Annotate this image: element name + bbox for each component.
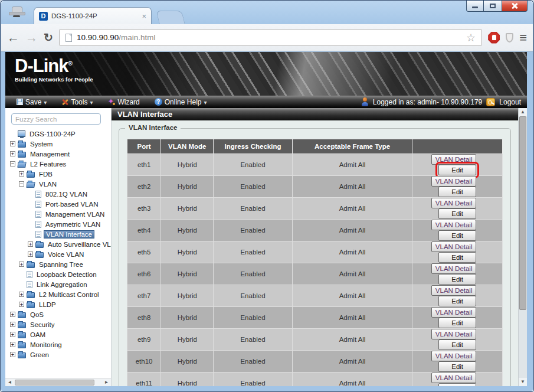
edit-button[interactable]: Edit (438, 383, 476, 386)
tree-item-label[interactable]: L2 Multicast Control (37, 290, 101, 299)
tree-expander-icon[interactable]: + (10, 342, 15, 347)
tree-item-label[interactable]: Spanning Tree (37, 260, 85, 269)
tree-expander-icon[interactable]: + (28, 251, 33, 257)
vlan-detail-button[interactable]: VLAN Detail (431, 307, 477, 318)
sidebar-tree-item[interactable]: + FDB (5, 169, 111, 179)
tree-item-label[interactable]: VLAN (37, 180, 58, 188)
edit-button[interactable]: Edit (438, 361, 476, 372)
tree-expander-icon[interactable]: + (10, 312, 15, 317)
tree-item-label[interactable]: OAM (28, 331, 47, 339)
sidebar-tree-item[interactable]: VLAN Interface (5, 229, 111, 239)
tree-expander-icon[interactable]: + (19, 171, 24, 177)
url-text[interactable]: 10.90.90.90/main.html (77, 33, 156, 42)
tree-item-label[interactable]: FDB (37, 170, 54, 178)
sidebar-tree-item[interactable]: Link Aggregation (5, 279, 111, 289)
tree-expander-icon[interactable]: − (10, 161, 15, 166)
shield-extension-icon[interactable] (506, 33, 513, 43)
content-vertical-scrollbar[interactable]: ▲ ▼ (518, 108, 527, 386)
vlan-detail-button[interactable]: VLAN Detail (431, 198, 477, 208)
tree-item-label[interactable]: Asymmetric VLAN (44, 220, 102, 228)
sidebar-tree-item[interactable]: + Management (5, 149, 111, 159)
tree-expander-icon[interactable]: + (10, 141, 15, 146)
tree-expander-icon[interactable]: + (19, 292, 24, 297)
sidebar-tree-item[interactable]: + Voice VLAN (5, 249, 111, 259)
browser-tab[interactable]: DGS-1100-24P × (34, 7, 152, 24)
vlan-detail-button[interactable]: VLAN Detail (431, 241, 477, 252)
edit-button[interactable]: Edit (438, 187, 476, 197)
tree-expander-icon[interactable]: + (10, 151, 15, 156)
edit-button[interactable]: Edit (438, 165, 476, 175)
close-button[interactable] (502, 1, 528, 12)
vlan-detail-button[interactable]: VLAN Detail (431, 285, 477, 296)
tree-item-label[interactable]: 802.1Q VLAN (44, 190, 89, 198)
scrollbar-track[interactable] (519, 116, 527, 378)
sidebar-horizontal-scrollbar[interactable]: ◄ ► (5, 378, 111, 386)
sidebar-tree-item[interactable]: Management VLAN (5, 209, 111, 219)
scroll-right-icon[interactable]: ► (103, 380, 110, 385)
tree-item-label[interactable]: Auto Surveillance VLAN (46, 240, 112, 249)
tree-expander-icon[interactable]: + (10, 352, 15, 357)
sidebar-tree-item[interactable]: + System (5, 139, 111, 149)
tree-item-label[interactable]: Link Aggregation (35, 280, 89, 289)
tree-expander-icon[interactable]: + (19, 262, 24, 267)
tree-item-label[interactable]: Management (28, 150, 71, 158)
edit-button[interactable]: Edit (438, 274, 476, 285)
forward-button[interactable] (25, 31, 38, 45)
tree-expander-icon[interactable]: + (28, 241, 33, 247)
tree-expander-icon[interactable]: + (10, 332, 15, 337)
sidebar-tree-item[interactable]: 802.1Q VLAN (5, 189, 111, 199)
vlan-detail-button[interactable]: VLAN Detail (431, 176, 477, 187)
tree-item-label[interactable]: VLAN Interface (44, 230, 94, 239)
sidebar-tree-item[interactable]: Loopback Detection (5, 269, 111, 279)
edit-button[interactable]: Edit (438, 208, 476, 219)
sidebar-tree-item[interactable]: + QoS (5, 309, 111, 319)
tree-item-label[interactable]: System (28, 140, 54, 148)
edit-button[interactable]: Edit (438, 339, 476, 350)
tree-item-label[interactable]: Security (28, 321, 57, 329)
tree-item-label[interactable]: Loopback Detection (35, 270, 99, 279)
sidebar-tree-item[interactable]: − VLAN (5, 179, 111, 189)
tree-expander-icon[interactable]: + (10, 322, 15, 327)
sidebar-tree-item[interactable]: + Green (5, 349, 111, 360)
online-help-menu[interactable]: Online Help (149, 96, 212, 108)
edit-button[interactable]: Edit (438, 230, 476, 241)
tree-item-label[interactable]: Green (28, 351, 51, 359)
vlan-detail-button[interactable]: VLAN Detail (431, 220, 477, 230)
sidebar-tree-item[interactable]: + Auto Surveillance VLAN (5, 239, 111, 249)
sidebar-tree-item[interactable]: Port-based VLAN (5, 199, 111, 209)
scrollbar-thumb[interactable] (519, 116, 526, 310)
vlan-detail-button[interactable]: VLAN Detail (431, 263, 477, 274)
edit-button[interactable]: Edit (438, 296, 476, 306)
tree-item-label[interactable]: QoS (28, 311, 45, 319)
tools-menu[interactable]: Tools (56, 96, 98, 108)
scroll-up-icon[interactable]: ▲ (519, 108, 527, 116)
minimize-button[interactable] (466, 1, 484, 12)
vlan-detail-button[interactable]: VLAN Detail (431, 351, 477, 361)
fuzzy-search-input[interactable] (11, 113, 101, 125)
wizard-menu[interactable]: Wizard (102, 96, 145, 108)
reload-button[interactable] (44, 31, 53, 44)
tab-close-icon[interactable]: × (142, 12, 146, 20)
sidebar-tree-item[interactable]: + Spanning Tree (5, 259, 111, 269)
bookmark-star-icon[interactable] (466, 31, 476, 44)
maximize-button[interactable] (484, 1, 502, 12)
stop-hand-extension-icon[interactable] (488, 32, 500, 44)
vlan-detail-button[interactable]: VLAN Detail (431, 154, 477, 165)
sidebar-tree-item[interactable]: DGS-1100-24P (5, 129, 111, 139)
tree-item-label[interactable]: Port-based VLAN (44, 200, 100, 208)
tree-expander-icon[interactable]: − (19, 181, 24, 187)
vlan-detail-button[interactable]: VLAN Detail (431, 373, 477, 383)
tree-item-label[interactable]: LLDP (37, 300, 58, 309)
chrome-menu-icon[interactable] (519, 30, 527, 45)
scroll-down-icon[interactable]: ▼ (519, 378, 527, 386)
tree-item-label[interactable]: DGS-1100-24P (28, 130, 77, 138)
titlebar[interactable]: DGS-1100-24P × (1, 1, 533, 24)
scroll-left-icon[interactable]: ◄ (6, 380, 14, 385)
sidebar-tree-item[interactable]: − L2 Features (5, 159, 111, 169)
vlan-detail-button[interactable]: VLAN Detail (431, 329, 477, 339)
edit-button[interactable]: Edit (438, 252, 476, 263)
sidebar-tree-item[interactable]: + Security (5, 319, 111, 329)
tree-item-label[interactable]: Management VLAN (44, 210, 106, 218)
edit-button[interactable]: Edit (438, 318, 476, 328)
logout-link[interactable]: Logout (499, 98, 521, 106)
